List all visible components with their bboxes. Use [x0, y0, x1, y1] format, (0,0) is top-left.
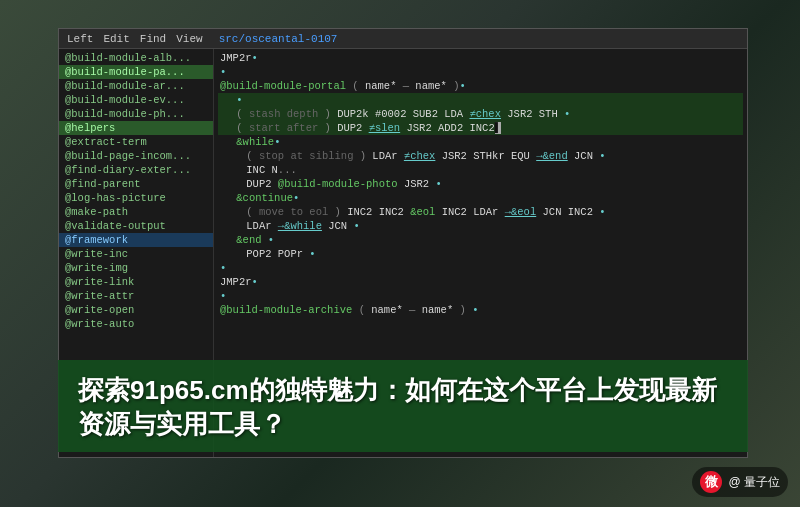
code-line: • [218, 289, 743, 303]
menu-bar: Left Edit Find View [67, 33, 203, 45]
menu-find[interactable]: Find [140, 33, 166, 45]
file-item[interactable]: @build-module-pa... [59, 65, 213, 79]
file-item[interactable]: @extract-term [59, 135, 213, 149]
menu-edit[interactable]: Edit [103, 33, 129, 45]
overlay-banner: 探索91p65.cm的独特魅力：如何在这个平台上发现最新资源与实用工具？ [58, 360, 748, 452]
code-line-ldark: LDAr →&while JCN • [218, 219, 743, 233]
file-item[interactable]: @write-open [59, 303, 213, 317]
menu-view[interactable]: View [176, 33, 202, 45]
file-item[interactable]: @find-parent [59, 177, 213, 191]
file-item[interactable]: @build-module-ar... [59, 79, 213, 93]
code-line-pop: POP2 POPr • [218, 247, 743, 261]
title-bar: Left Edit Find View src/osceantal-0107 [59, 29, 747, 49]
file-item[interactable]: @write-inc [59, 247, 213, 261]
code-line: • [218, 93, 743, 107]
menu-left[interactable]: Left [67, 33, 93, 45]
weibo-badge: 微 @ 量子位 [692, 467, 788, 497]
file-path: src/osceantal-0107 [219, 33, 338, 45]
file-item[interactable]: @validate-output [59, 219, 213, 233]
code-line-move-eol: ( move to eol ) INC2 INC2 &eol INC2 LDAr… [218, 205, 743, 219]
file-item[interactable]: @build-module-ev... [59, 93, 213, 107]
file-item-helpers[interactable]: @helpers [59, 121, 213, 135]
file-item[interactable]: @write-auto [59, 317, 213, 331]
file-item[interactable]: @make-path [59, 205, 213, 219]
code-line: JMP2r• [218, 275, 743, 289]
file-item[interactable]: @build-module-alb... [59, 51, 213, 65]
code-line-start-after: ( start after ) DUP2 ≠slen JSR2 ADD2 INC… [218, 121, 743, 135]
weibo-handle: @ 量子位 [728, 474, 780, 491]
code-line: &continue• [218, 191, 743, 205]
file-item[interactable]: @write-attr [59, 289, 213, 303]
code-line: JMP2r• [218, 51, 743, 65]
file-item[interactable]: @build-page-incom... [59, 149, 213, 163]
file-item[interactable]: @write-img [59, 261, 213, 275]
code-line: @build-module-portal ( name* — name* )• [218, 79, 743, 93]
file-item[interactable]: @find-diary-exter... [59, 163, 213, 177]
file-item[interactable]: @write-link [59, 275, 213, 289]
file-item-framework[interactable]: @framework [59, 233, 213, 247]
code-line: INC N... [218, 163, 743, 177]
file-item[interactable]: @build-module-ph... [59, 107, 213, 121]
file-item[interactable]: @log-has-picture [59, 191, 213, 205]
code-line-build-photo: DUP2 @build-module-photo JSR2 • [218, 177, 743, 191]
code-line-stop-sibling: ( stop at sibling ) LDAr ≠chex JSR2 STHk… [218, 149, 743, 163]
code-line: • [218, 261, 743, 275]
code-line-stash-depth: ( stash depth ) DUP2k #0002 SUB2 LDA ≠ch… [218, 107, 743, 121]
code-line-build-archive: @build-module-archive ( name* — name* ) … [218, 303, 743, 317]
weibo-icon: 微 [700, 471, 722, 493]
code-line: • [218, 65, 743, 79]
code-line: &end • [218, 233, 743, 247]
code-line: &while• [218, 135, 743, 149]
weibo-logo: 微 [705, 473, 718, 491]
overlay-title: 探索91p65.cm的独特魅力：如何在这个平台上发现最新资源与实用工具？ [78, 374, 728, 442]
